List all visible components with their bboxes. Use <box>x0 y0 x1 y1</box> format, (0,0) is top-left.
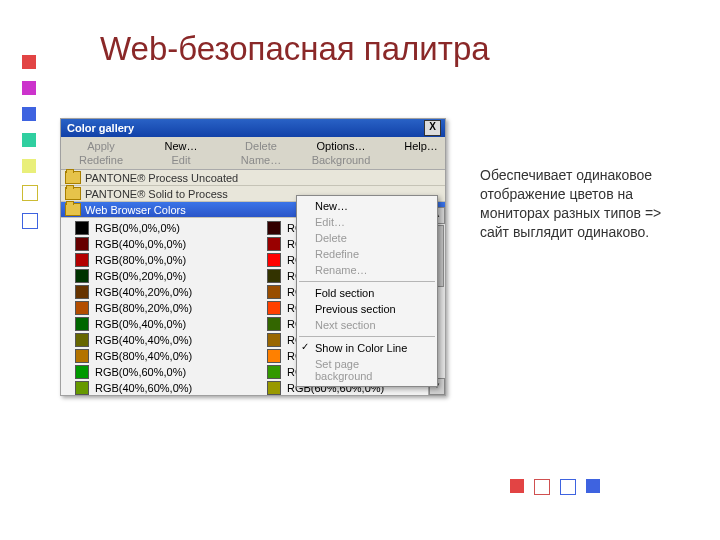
color-swatch-icon <box>75 269 89 283</box>
color-swatch-icon <box>75 237 89 251</box>
close-button[interactable]: X <box>424 120 441 136</box>
color-swatch-row[interactable]: RGB(40%,20%,0%) <box>61 284 253 300</box>
decorative-squares-left <box>22 55 38 229</box>
slide-description: Обеспечивает одинаковое отображение цвет… <box>480 166 680 242</box>
color-swatch-label: RGB(80%,20%,0%) <box>95 302 192 314</box>
color-swatch-icon <box>267 269 281 283</box>
color-swatch-row[interactable]: RGB(40%,60%,0%) <box>61 380 253 396</box>
color-swatch-label: RGB(80%,0%,0%) <box>95 254 186 266</box>
color-swatch-row[interactable]: RGB(0%,40%,0%) <box>61 316 253 332</box>
folder-row[interactable]: PANTONE® Process Uncoated <box>61 170 445 186</box>
menu-background: Background <box>301 153 381 167</box>
menu-new[interactable]: New… <box>141 139 221 153</box>
color-swatch-icon <box>75 333 89 347</box>
color-swatch-label: RGB(40%,60%,0%) <box>95 382 192 394</box>
color-swatch-icon <box>75 317 89 331</box>
color-swatch-icon <box>267 253 281 267</box>
window-title: Color gallery <box>67 119 134 137</box>
menu-separator <box>299 281 435 282</box>
square-icon <box>534 479 550 495</box>
color-swatch-label: RGB(40%,40%,0%) <box>95 334 192 346</box>
color-swatch-label: RGB(0%,60%,0%) <box>95 366 186 378</box>
square-icon <box>560 479 576 495</box>
color-swatch-icon <box>267 237 281 251</box>
menu-bar: ApplyNew…DeleteOptions…Help… RedefineEdi… <box>61 137 445 169</box>
slide-title: Web-безопасная палитра <box>100 30 490 68</box>
color-swatch-label: RGB(40%,0%,0%) <box>95 238 186 250</box>
color-swatch-icon <box>75 221 89 235</box>
square-icon <box>510 479 524 493</box>
color-swatch-icon <box>75 253 89 267</box>
folder-icon <box>65 187 81 200</box>
color-swatch-label: RGB(0%,0%,0%) <box>95 222 180 234</box>
folder-label: PANTONE® Process Uncoated <box>85 172 238 184</box>
color-swatch-row[interactable]: RGB(80%,20%,0%) <box>61 300 253 316</box>
color-swatch-icon <box>267 349 281 363</box>
context-menu-item: Set page background <box>297 356 437 384</box>
context-menu-item[interactable]: Previous section <box>297 301 437 317</box>
color-swatch-icon <box>267 285 281 299</box>
square-icon <box>22 133 36 147</box>
square-icon <box>22 159 36 173</box>
color-swatch-icon <box>75 285 89 299</box>
color-swatch-label: RGB(40%,20%,0%) <box>95 286 192 298</box>
menu-name: Name… <box>221 153 301 167</box>
context-menu-item[interactable]: Fold section <box>297 285 437 301</box>
folder-label: Web Browser Colors <box>85 204 186 216</box>
color-swatch-icon <box>267 365 281 379</box>
menu-redefine: Redefine <box>61 153 141 167</box>
menu-delete: Delete <box>221 139 301 153</box>
color-swatch-row[interactable]: RGB(0%,60%,0%) <box>61 364 253 380</box>
color-swatch-row[interactable]: RGB(80%,0%,0%) <box>61 252 253 268</box>
color-swatch-label: RGB(0%,40%,0%) <box>95 318 186 330</box>
color-swatch-icon <box>267 221 281 235</box>
context-menu-item[interactable]: New… <box>297 198 437 214</box>
menu-options[interactable]: Options… <box>301 139 381 153</box>
color-swatch-row[interactable]: RGB(0%,0%,0%) <box>61 220 253 236</box>
folder-icon <box>65 203 81 216</box>
decorative-squares-bottom <box>510 479 600 495</box>
color-swatch-row[interactable]: RGB(40%,0%,0%) <box>61 236 253 252</box>
color-swatch-row[interactable]: RGB(80%,40%,0%) <box>61 348 253 364</box>
square-icon <box>22 55 36 69</box>
color-swatch-icon <box>267 381 281 395</box>
folder-label: PANTONE® Solid to Process <box>85 188 228 200</box>
color-swatch-row[interactable]: RGB(40%,40%,0%) <box>61 332 253 348</box>
window-titlebar[interactable]: Color gallery X <box>61 119 445 137</box>
color-swatch-icon <box>75 301 89 315</box>
square-icon <box>22 185 38 201</box>
color-swatch-label: RGB(80%,40%,0%) <box>95 350 192 362</box>
color-swatch-icon <box>267 301 281 315</box>
color-swatch-label: RGB(0%,20%,0%) <box>95 270 186 282</box>
context-menu-item: Redefine <box>297 246 437 262</box>
color-swatch-icon <box>267 333 281 347</box>
context-menu-item: Edit… <box>297 214 437 230</box>
context-menu-item: Next section <box>297 317 437 333</box>
square-icon <box>586 479 600 493</box>
square-icon <box>22 81 36 95</box>
folder-icon <box>65 171 81 184</box>
menu-help[interactable]: Help… <box>381 139 446 153</box>
color-swatch-icon <box>75 381 89 395</box>
context-menu-item: Rename… <box>297 262 437 278</box>
menu-separator <box>299 336 435 337</box>
color-swatch-icon <box>75 365 89 379</box>
context-menu[interactable]: New…Edit…DeleteRedefineRename…Fold secti… <box>296 195 438 387</box>
square-icon <box>22 213 38 229</box>
color-swatch-icon <box>75 349 89 363</box>
square-icon <box>22 107 36 121</box>
context-menu-item: Delete <box>297 230 437 246</box>
color-swatch-icon <box>267 317 281 331</box>
color-swatch-row[interactable]: RGB(0%,20%,0%) <box>61 268 253 284</box>
menu-edit: Edit <box>141 153 221 167</box>
context-menu-item[interactable]: Show in Color Line <box>297 340 437 356</box>
menu-apply: Apply <box>61 139 141 153</box>
